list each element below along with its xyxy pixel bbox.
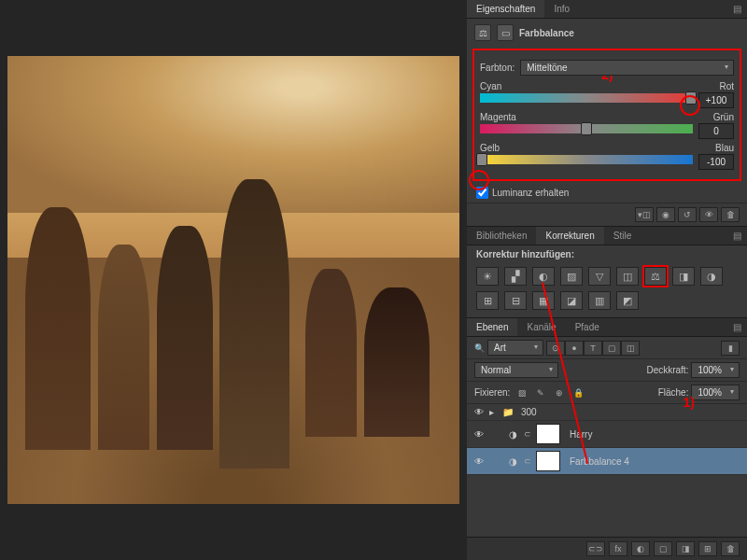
lock-icon-2[interactable]: ⊕ [550, 385, 569, 400]
yellow-blue-slider[interactable] [480, 155, 693, 164]
lock-label: Fixieren: [474, 387, 510, 398]
magenta-green-slider[interactable] [480, 124, 693, 133]
adjustment-title: Farbbalance [519, 28, 574, 38]
layers-list: 👁▸📁300👁◑⊂Harry👁◑⊂Farbbalance 4 [467, 404, 747, 475]
opacity-label: Deckkraft: [646, 365, 688, 375]
tab-libraries[interactable]: Bibliotheken [467, 227, 536, 245]
blend-mode-select[interactable]: Normal [474, 362, 558, 378]
adjustment-icon-12[interactable]: ◪ [560, 291, 583, 310]
opacity-value[interactable]: 100% [691, 362, 740, 378]
cyan-label: Cyan [480, 81, 501, 91]
layer-name: 300 [521, 407, 537, 417]
properties-footer: ▾◫ ◉ ↺ 👁 🗑 [467, 203, 747, 226]
layers-panel-menu-icon[interactable]: ▤ [727, 318, 747, 336]
adjustment-icon-9[interactable]: ⊞ [476, 291, 499, 310]
footer-icon-6[interactable]: 🗑 [721, 541, 740, 556]
balance-icon: ⚖ [474, 24, 491, 41]
adjustment-icon-8[interactable]: ◑ [700, 267, 723, 286]
layers-tabs: Ebenen Kanäle Pfade ▤ [467, 317, 747, 337]
fill-value[interactable]: 100% [691, 385, 740, 400]
filter-icon-1[interactable]: ● [565, 341, 584, 356]
filter-type-select[interactable]: Art [487, 340, 543, 356]
adjustment-icon-14[interactable]: ◩ [616, 291, 639, 310]
visibility-icon[interactable]: 👁 [472, 456, 486, 467]
delete-icon[interactable]: 🗑 [721, 207, 740, 222]
adjustment-icon-3[interactable]: ▨ [560, 267, 583, 286]
yellow-label: Gelb [480, 143, 500, 153]
reset-icon[interactable]: ↺ [678, 207, 697, 222]
adjustment-icon-grid: ☀▞◐▨▽◫⚖◨◑⊞⊟▦◪▥◩ [467, 263, 747, 317]
adjustment-icon-10[interactable]: ⊟ [504, 291, 527, 310]
filter-icon-4[interactable]: ◫ [621, 341, 640, 356]
adjustments-tabs: Bibliotheken Korrekturen Stile ▤ [467, 226, 747, 245]
folder-icon: 📁 [502, 407, 514, 417]
adj-panel-menu-icon[interactable]: ▤ [727, 227, 747, 245]
tab-paths[interactable]: Pfade [566, 318, 609, 336]
adjustment-icon-0[interactable]: ☀ [476, 267, 499, 286]
filter-toggle[interactable]: ▮ [721, 341, 740, 356]
adj-badge-icon: ◑ [506, 429, 519, 440]
cyan-red-value[interactable]: +100 [698, 92, 734, 108]
panel-menu-icon[interactable]: ▤ [727, 0, 747, 18]
toggle-visibility-icon[interactable]: 👁 [699, 207, 718, 222]
footer-icon-5[interactable]: ⊞ [698, 541, 717, 556]
layer-row[interactable]: 👁◑⊂Harry [467, 421, 747, 448]
adjustment-icon-5[interactable]: ◫ [616, 267, 639, 286]
layer-row[interactable]: 👁▸📁300 [467, 404, 747, 421]
footer-icon-3[interactable]: ▢ [654, 541, 672, 556]
highlighted-controls: 2) Farbton: Mitteltöne CyanRot +100 Mage… [472, 49, 741, 181]
tab-info[interactable]: Info [544, 0, 579, 18]
lock-icon-0[interactable]: ▨ [513, 385, 531, 400]
footer-icon-2[interactable]: ◐ [631, 541, 650, 556]
document-canvas[interactable] [0, 0, 467, 560]
mask-thumbnail[interactable] [536, 424, 560, 444]
clip-icon[interactable]: ▾◫ [635, 207, 654, 222]
tone-label: Farbton: [480, 63, 514, 73]
photo-preview [7, 56, 459, 504]
yellow-blue-value[interactable]: -100 [698, 154, 734, 170]
preserve-lum-input[interactable] [476, 187, 488, 199]
adjustment-icon-6[interactable]: ⚖ [644, 267, 667, 286]
visibility-icon[interactable]: 👁 [472, 407, 486, 417]
preserve-luminosity-checkbox[interactable]: Luminanz erhalten [467, 183, 747, 203]
filter-kind-icon[interactable]: 🔍 [474, 343, 485, 353]
lock-icon-1[interactable]: ✎ [531, 385, 550, 400]
mask-icon[interactable]: ▭ [497, 24, 514, 41]
tab-properties[interactable]: Eigenschaften [467, 0, 544, 18]
visibility-icon[interactable]: 👁 [472, 429, 486, 440]
filter-icon-3[interactable]: ▢ [602, 341, 621, 356]
blue-label: Blau [715, 143, 734, 153]
adjustment-icon-7[interactable]: ◨ [672, 267, 695, 286]
footer-icon-1[interactable]: fx [609, 541, 627, 556]
property-header: ⚖ ▭ Farbbalance [467, 19, 747, 47]
filter-icon-2[interactable]: T [584, 341, 602, 356]
right-panel: Eigenschaften Info ▤ ⚖ ▭ Farbbalance 2) … [467, 0, 747, 560]
tab-layers[interactable]: Ebenen [467, 318, 517, 336]
layer-row[interactable]: 👁◑⊂Farbbalance 4 [467, 448, 747, 475]
tone-select[interactable]: Mitteltöne [520, 60, 734, 76]
tab-styles[interactable]: Stile [604, 227, 641, 245]
adjustment-icon-1[interactable]: ▞ [504, 267, 527, 286]
footer-icon-0[interactable]: ⊂⊃ [586, 541, 605, 556]
layer-name: Farbbalance 4 [570, 456, 629, 467]
cyan-red-slider[interactable] [480, 93, 693, 103]
adjustment-icon-4[interactable]: ▽ [588, 267, 611, 286]
link-icon: ⊂ [523, 456, 532, 466]
view-previous-icon[interactable]: ◉ [656, 207, 675, 222]
magenta-label: Magenta [480, 112, 516, 122]
properties-tabs: Eigenschaften Info ▤ [467, 0, 747, 19]
red-label: Rot [719, 81, 734, 91]
layers-footer: ⊂⊃fx◐▢◨⊞🗑 [467, 537, 747, 560]
adj-badge-icon: ◑ [506, 456, 519, 467]
add-adjustment-label: Korrektur hinzufügen: [467, 245, 747, 263]
magenta-green-value[interactable]: 0 [698, 123, 734, 139]
tab-channels[interactable]: Kanäle [517, 318, 565, 336]
mask-thumbnail[interactable] [536, 451, 560, 471]
link-icon: ⊂ [523, 429, 532, 439]
adjustment-icon-13[interactable]: ▥ [588, 291, 611, 310]
green-label: Grün [713, 112, 734, 122]
tab-adjustments[interactable]: Korrekturen [536, 227, 603, 245]
footer-icon-4[interactable]: ◨ [676, 541, 695, 556]
